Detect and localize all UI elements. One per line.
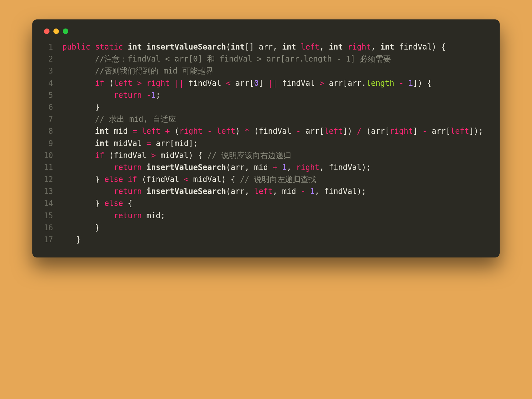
token-num: 1 [408,79,413,88]
close-icon[interactable] [44,28,50,34]
token-plain: arr [259,42,272,51]
token-op: = [147,139,151,148]
token-kw: else [105,175,123,184]
token-kw: return [114,91,142,100]
token-pun: } [95,223,100,232]
token-plain: arr[ [427,127,450,136]
line-number: 8 [43,125,58,137]
minimize-icon[interactable] [53,28,59,34]
token-plain [58,103,95,112]
token-plain: ] [259,79,268,88]
token-fn: insertValueSearch [147,187,226,196]
token-pun: } [95,175,105,184]
code-line: 9 int midVal = arr[mid]; [43,138,489,150]
token-fn: insertValueSearch [147,163,226,172]
token-num: 1 [151,91,156,100]
token-plain: arr[arr [324,79,362,88]
token-type: int [282,42,296,51]
token-kw: return [114,163,142,172]
token-op: - [422,127,427,136]
token-plain: mid [109,127,132,136]
token-plain [137,127,142,136]
token-plain: midVal [156,151,188,160]
token-pun: ( [254,127,259,136]
token-num: 0 [254,79,259,88]
token-plain [249,127,254,136]
token-plain: findVal [329,163,361,172]
code-line: 6 } [43,101,489,113]
token-plain [142,91,146,100]
line-content: if (left > right || findVal < arr[0] || … [58,77,489,89]
token-plain: mid [282,187,301,196]
code-line: 2 //注意：findVal < arr[0] 和 findVal > arr[… [43,53,489,65]
token-plain: ] [413,79,417,88]
line-content: } [58,234,489,246]
token-pun: ); [357,187,366,196]
maximize-icon[interactable] [63,28,68,34]
token-plain: findVal [147,175,184,184]
token-plain [90,42,95,51]
token-pun: [] [245,42,259,51]
token-op: || [174,79,184,88]
token-com: // 求出 mid, 自适应 [95,115,176,124]
token-prop: length [366,79,394,88]
token-op: < [226,79,230,88]
line-number: 5 [43,89,58,101]
token-op: || [268,79,277,88]
token-op: > [319,79,324,88]
token-type: int [380,42,394,51]
token-var: right [179,127,203,136]
token-pun: } [76,235,81,244]
token-plain [58,163,114,172]
token-pun: ( [226,187,230,196]
token-pun: , [287,163,296,172]
token-plain [394,79,399,88]
token-plain [58,79,95,88]
line-number: 3 [43,65,58,77]
token-plain [58,127,95,136]
token-pun: , [315,187,324,196]
token-plain [123,199,127,208]
token-plain [343,42,348,51]
line-number: 2 [43,53,58,65]
token-plain [142,187,146,196]
token-op: + [273,163,277,172]
token-num: 1 [282,163,287,172]
token-pun: ( [226,163,230,172]
code-line: 16 } [43,222,489,234]
token-pun: , [273,187,282,196]
token-plain: findVal [324,187,357,196]
token-plain: arr[ [371,127,390,136]
line-number: 4 [43,77,58,89]
code-line: 10 if (findVal > midVal) { // 说明应该向右边递归 [43,150,489,162]
line-content: } else { [58,198,489,210]
code-editor[interactable]: 1 public static int insertValueSearch(in… [43,41,489,246]
code-line: 1 public static int insertValueSearch(in… [43,41,489,53]
token-plain [132,79,137,88]
token-op: - [296,127,301,136]
token-op: / [357,127,361,136]
token-plain [361,127,366,136]
token-type: int [231,42,245,51]
token-plain: arr[ [231,79,254,88]
line-content: if (findVal > midVal) { // 说明应该向右边递归 [58,150,489,162]
token-fn: insertValueSearch [147,42,226,51]
token-var: left [450,127,469,136]
token-plain [142,42,146,51]
token-type: int [329,42,343,51]
token-pun: { [128,199,132,208]
token-pun: ( [366,127,371,136]
token-plain [58,151,95,160]
token-plain [58,175,95,184]
line-content: return -1; [58,89,489,101]
code-line: 14 } else { [43,198,489,210]
token-kw: if [128,175,137,184]
line-content: int midVal = arr[mid]; [58,138,489,150]
line-content: return insertValueSearch(arr, mid + 1, r… [58,162,489,174]
token-var: right [348,42,371,51]
token-var: left [142,127,161,136]
token-op: * [245,127,249,136]
line-number: 6 [43,101,58,113]
token-plain [105,79,109,88]
token-com: // 说明应该向右边递归 [207,151,291,160]
